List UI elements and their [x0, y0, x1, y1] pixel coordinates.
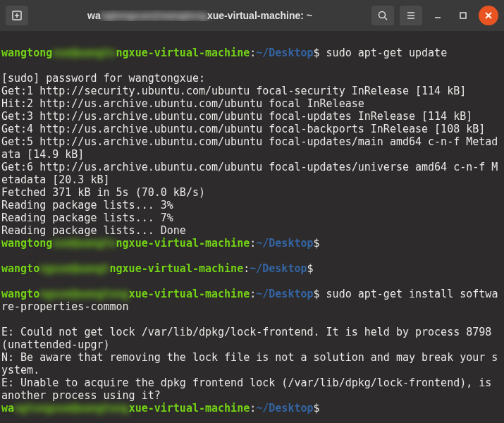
output-line: Get:6 http://us.archive.ubuntu.com/ubunt…: [1, 161, 498, 186]
output-line: E: Could not get lock /var/lib/dpkg/lock…: [1, 326, 498, 351]
maximize-button[interactable]: [453, 6, 473, 25]
minimize-button[interactable]: [428, 6, 448, 25]
output-line: Get:3 http://us.archive.ubuntu.com/ubunt…: [1, 110, 472, 123]
output-line: [sudo] password for wangtongxue:: [1, 72, 205, 85]
output-line: Hit:2 http://us.archive.ubuntu.com/ubunt…: [1, 97, 364, 110]
titlebar: wangtongxue@wangtongxue-virtual-machine:…: [0, 0, 504, 31]
output-line: Get:4 http://us.archive.ubuntu.com/ubunt…: [1, 123, 485, 135]
command-text: sudo apt-get update: [326, 47, 448, 59]
close-button[interactable]: [479, 6, 498, 25]
output-line: Reading package lists... 3%: [1, 199, 173, 212]
output-line: Fetched 371 kB in 5s (70.0 kB/s): [1, 186, 205, 199]
output-line: Reading package lists... Done: [1, 224, 186, 237]
output-line: Get:1 http://security.ubuntu.com/ubuntu …: [1, 85, 466, 97]
svg-rect-2: [460, 13, 466, 18]
output-line: Get:5 http://us.archive.ubuntu.com/ubunt…: [1, 135, 498, 161]
search-button[interactable]: [371, 6, 394, 25]
terminal-body[interactable]: wangtongxue@wangtongxue-virtual-machine:…: [0, 31, 504, 423]
prompt-line: wangtongxue@wangtongxue-virtual-machine:…: [1, 47, 503, 59]
prompt-line: wangtongxue@wangtongxue-virtual-machine:…: [1, 237, 503, 250]
prompt-line: wangtongxue@wangtngxue-virtual-machine:~…: [1, 262, 503, 275]
output-line: N: Be aware that removing the lock file …: [1, 351, 498, 376]
svg-point-1: [379, 12, 386, 18]
window-title: wangtongxue@wangtongxue-virtual-machine:…: [34, 10, 366, 21]
output-line: E: Unable to acquire the dpkg frontend l…: [1, 376, 498, 402]
prompt-line: wangtongxue@wangtongxue-virtual-machine:…: [1, 288, 503, 313]
menu-button[interactable]: [400, 6, 422, 25]
output-line: Reading package lists... 7%: [1, 212, 173, 224]
prompt-line: wangtongxue@wangtongxue-virtual-machine:…: [1, 402, 503, 415]
new-tab-button[interactable]: [6, 6, 28, 25]
